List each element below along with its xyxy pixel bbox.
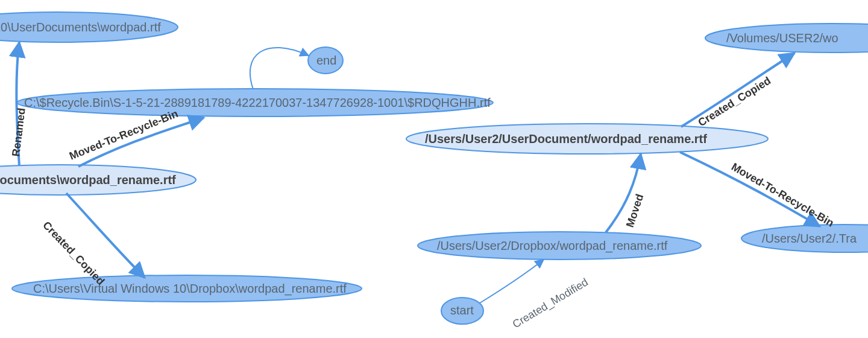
node-label: 10\UserDocuments\wordpad.rtf	[0, 21, 161, 34]
node-label: /Users/User2/Dropbox/wordpad_rename.rtf	[437, 239, 668, 253]
node-label: /Volumes/USER2/wo	[726, 31, 838, 45]
node-win-rename[interactable]: Documents\wordpad_rename.rtf	[0, 165, 196, 195]
edge-label: Renamed	[10, 107, 28, 158]
node-mac-dropbox[interactable]: /Users/User2/Dropbox/wordpad_rename.rtf	[418, 232, 701, 260]
node-win-dropbox[interactable]: C:\Users\Virtual Windows 10\Dropbox\word…	[12, 275, 362, 302]
edge-label: Moved-To-Recycle-Bin	[68, 107, 180, 162]
node-mac-volumes[interactable]: /Volumes/USER2/wo	[705, 24, 868, 53]
node-win-recycle[interactable]: C:\$Recycle.Bin\S-1-5-21-2889181789-4222…	[17, 89, 493, 116]
node-label: start	[450, 304, 474, 317]
edge-created-modified	[480, 260, 544, 303]
edge-label: Created_Modified	[511, 276, 591, 331]
node-label: C:\$Recycle.Bin\S-1-5-21-2889181789-4222…	[24, 96, 491, 109]
node-mac-trash[interactable]: /Users/User2/.Tra	[741, 225, 868, 252]
node-label: /Users/User2/.Tra	[762, 232, 857, 245]
edge-recycle-end	[250, 48, 309, 89]
node-win-orig[interactable]: 10\UserDocuments\wordpad.rtf	[0, 12, 178, 42]
node-end[interactable]: end	[308, 47, 343, 74]
node-label: /Users/User2/UserDocument/wordpad_rename…	[425, 132, 707, 145]
edge-label: Created_Copied	[40, 219, 107, 287]
node-label: Documents\wordpad_rename.rtf	[0, 173, 176, 187]
graph-canvas[interactable]: 10\UserDocuments\wordpad.rtf Documents\w…	[0, 0, 868, 338]
node-mac-userdoc[interactable]: /Users/User2/UserDocument/wordpad_rename…	[406, 124, 768, 154]
node-start[interactable]: start	[441, 298, 483, 324]
node-label: end	[316, 54, 336, 67]
edge-created-copied-mac	[681, 53, 794, 127]
node-label: C:\Users\Virtual Windows 10\Dropbox\word…	[33, 282, 347, 296]
edge-label: Moved-To-Recycle-Bin	[729, 161, 836, 229]
edge-label: Created_Copied	[696, 74, 773, 129]
edge-moved-recyclebin-mac	[680, 152, 820, 226]
